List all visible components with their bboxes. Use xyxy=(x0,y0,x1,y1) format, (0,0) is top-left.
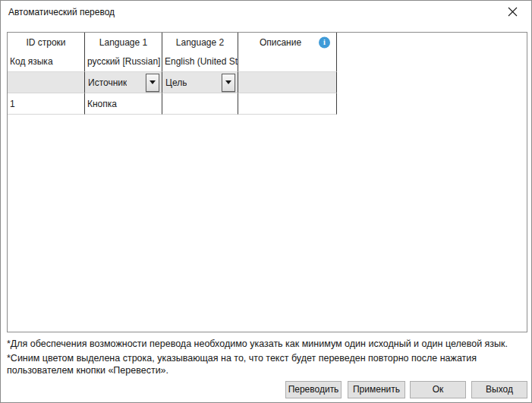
source-combo-dropdown-button[interactable] xyxy=(146,74,159,92)
target-combo-value: Цель xyxy=(165,77,187,88)
source-language-combobox[interactable]: Источник xyxy=(85,71,162,93)
description-empty-cell[interactable] xyxy=(238,52,337,71)
auto-translate-dialog: Автоматический перевод ID строки Languag… xyxy=(0,0,532,403)
row1-language2-cell[interactable] xyxy=(162,93,238,115)
target-combo[interactable]: Цель xyxy=(165,74,235,92)
selector-row-empty-cell[interactable] xyxy=(8,71,85,93)
chevron-down-icon xyxy=(225,80,231,84)
translate-button[interactable]: Переводить xyxy=(285,381,342,398)
target-language-combobox[interactable]: Цель xyxy=(162,71,238,93)
column-header-description: Описание i xyxy=(238,33,337,52)
column-header-language1: Language 1 xyxy=(85,33,162,52)
close-icon xyxy=(508,7,518,19)
footnotes: *Для обеспечения возможности перевода не… xyxy=(7,338,517,379)
row1-description-cell[interactable] xyxy=(238,93,337,115)
close-button[interactable] xyxy=(498,1,527,24)
language2-name-cell[interactable]: English (United Sta xyxy=(162,52,238,71)
translation-grid: ID строки Language 1 Language 2 Описание… xyxy=(7,32,527,332)
language-code-cell[interactable]: Код языка xyxy=(8,52,85,71)
exit-button[interactable]: Выход xyxy=(471,381,527,398)
footnote-blue-row: *Синим цветом выделена строка, указывающ… xyxy=(7,352,517,376)
source-combo-value: Источник xyxy=(87,77,127,88)
window-title: Автоматический перевод xyxy=(8,7,115,17)
target-combo-dropdown-button[interactable] xyxy=(222,74,235,92)
translation-table: ID строки Language 1 Language 2 Описание… xyxy=(8,33,337,115)
row1-id-cell[interactable]: 1 xyxy=(8,93,85,115)
description-header-label: Описание xyxy=(260,37,301,48)
column-header-language2: Language 2 xyxy=(162,33,238,52)
chevron-down-icon xyxy=(150,80,156,84)
title-bar: Автоматический перевод xyxy=(1,1,531,24)
footnote-source-target: *Для обеспечения возможности перевода не… xyxy=(7,338,517,350)
column-header-row-id: ID строки xyxy=(8,33,85,52)
source-combo[interactable]: Источник xyxy=(87,74,159,92)
ok-button[interactable]: Ок xyxy=(410,381,466,398)
selector-row-description-cell[interactable] xyxy=(238,71,337,93)
apply-button[interactable]: Применить xyxy=(348,381,405,398)
info-icon[interactable]: i xyxy=(319,36,330,48)
language1-name-cell[interactable]: русский [Russian] xyxy=(85,52,162,71)
row1-language1-cell[interactable]: Кнопка xyxy=(85,93,162,115)
